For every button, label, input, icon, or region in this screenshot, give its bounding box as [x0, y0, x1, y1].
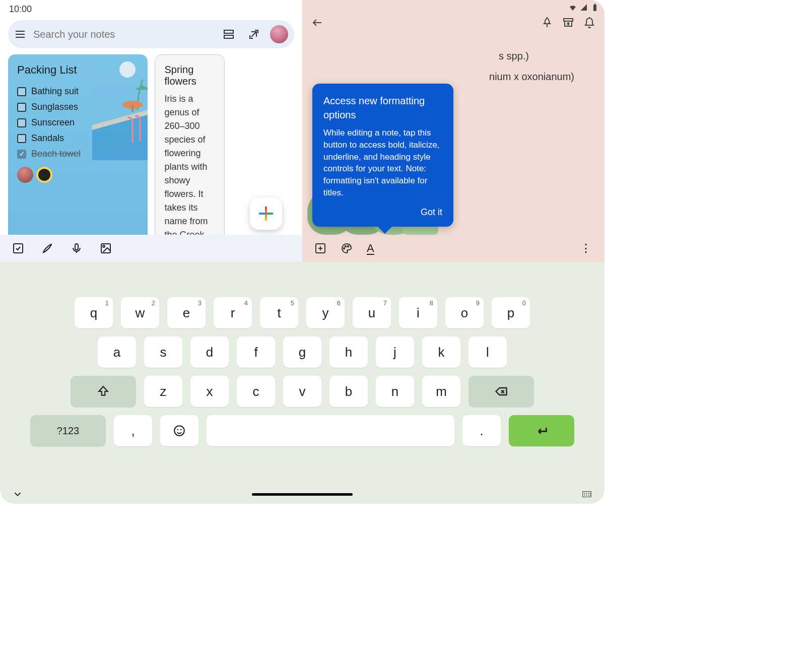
- svg-point-20: [586, 493, 587, 494]
- key-y[interactable]: y6: [306, 297, 345, 328]
- key-l[interactable]: l: [468, 337, 507, 368]
- svg-point-22: [590, 493, 591, 494]
- add-box-icon[interactable]: [314, 242, 326, 254]
- mic-icon[interactable]: [71, 242, 83, 254]
- space-key[interactable]: [207, 415, 454, 446]
- view-toggle-icon[interactable]: [220, 25, 238, 43]
- svg-point-19: [584, 493, 585, 494]
- key-n[interactable]: n: [376, 376, 414, 407]
- svg-point-24: [586, 495, 587, 496]
- search-bar[interactable]: [8, 20, 294, 48]
- status-time: 10:00: [9, 4, 32, 15]
- collapse-keyboard-icon[interactable]: [12, 489, 23, 500]
- note-editor-pane: s spp.) nium x oxonianum) Access new for…: [302, 0, 604, 262]
- svg-rect-8: [593, 5, 596, 11]
- emoji-icon: [173, 424, 186, 437]
- key-r[interactable]: r4: [214, 297, 252, 328]
- svg-point-23: [584, 495, 585, 496]
- backspace-key[interactable]: [468, 376, 534, 407]
- svg-rect-5: [75, 244, 78, 250]
- note-title: Spring flowers: [164, 64, 215, 87]
- svg-point-21: [588, 493, 589, 494]
- checkbox-icon[interactable]: [17, 103, 26, 112]
- key-d[interactable]: d: [190, 337, 229, 368]
- key-e[interactable]: e3: [167, 297, 206, 328]
- enter-key[interactable]: [509, 415, 574, 446]
- key-k[interactable]: k: [422, 337, 460, 368]
- svg-point-12: [344, 248, 345, 249]
- collaborator-avatars[interactable]: [17, 167, 139, 183]
- checklist-icon[interactable]: [12, 242, 24, 254]
- formatting-tooltip: Access new formatting options While edit…: [312, 84, 453, 227]
- emoji-key[interactable]: [160, 415, 198, 446]
- more-icon[interactable]: ⋮: [580, 242, 592, 255]
- key-s[interactable]: s: [144, 337, 182, 368]
- onscreen-keyboard: q1w2e3r4t5y6u7i8o9p0 asdfghjkl zxcvbnm ?…: [0, 262, 604, 504]
- checkbox-icon[interactable]: [17, 118, 26, 127]
- editor-toolbar: A ⋮: [302, 235, 604, 262]
- checkbox-checked-icon[interactable]: [17, 150, 26, 159]
- format-text-icon[interactable]: A: [367, 242, 374, 255]
- note-card-packing[interactable]: Packing List Bathing suit Sunglasses Sun…: [8, 54, 148, 235]
- key-o[interactable]: o9: [445, 297, 484, 328]
- checkbox-icon[interactable]: [17, 134, 26, 143]
- note-card-spring[interactable]: Spring flowers Iris is a genus of 260–30…: [155, 54, 224, 235]
- svg-rect-0: [224, 30, 233, 33]
- note-body: Iris is a genus of 260–300 species of fl…: [164, 92, 215, 235]
- key-m[interactable]: m: [422, 376, 460, 407]
- checkbox-icon[interactable]: [17, 87, 26, 96]
- key-c[interactable]: c: [237, 376, 275, 407]
- expand-icon[interactable]: [245, 25, 263, 43]
- key-g[interactable]: g: [283, 337, 321, 368]
- key-x[interactable]: x: [190, 376, 229, 407]
- svg-point-13: [345, 246, 346, 247]
- key-z[interactable]: z: [144, 376, 182, 407]
- key-b[interactable]: b: [329, 376, 368, 407]
- archive-icon[interactable]: [562, 17, 574, 29]
- image-icon[interactable]: [100, 242, 112, 254]
- menu-icon[interactable]: [14, 28, 26, 40]
- svg-rect-18: [583, 492, 591, 497]
- key-h[interactable]: h: [329, 337, 368, 368]
- key-a[interactable]: a: [98, 337, 136, 368]
- comma-key[interactable]: ,: [114, 415, 152, 446]
- svg-rect-3: [131, 105, 133, 112]
- key-t[interactable]: t5: [260, 297, 298, 328]
- key-w[interactable]: w2: [121, 297, 159, 328]
- battery-icon: [590, 3, 599, 12]
- avatar[interactable]: [17, 167, 33, 183]
- svg-point-2: [119, 61, 136, 78]
- profile-avatar[interactable]: [270, 25, 288, 43]
- avatar[interactable]: [36, 167, 52, 183]
- plus-icon: [259, 207, 273, 221]
- key-j[interactable]: j: [376, 337, 414, 368]
- pool-illustration: [92, 59, 148, 160]
- key-p[interactable]: p0: [492, 297, 530, 328]
- key-i[interactable]: i8: [399, 297, 437, 328]
- tooltip-title: Access new formatting options: [323, 94, 442, 122]
- svg-rect-10: [564, 19, 573, 21]
- nav-pill[interactable]: [252, 493, 353, 496]
- back-icon[interactable]: [311, 17, 323, 29]
- key-u[interactable]: u7: [353, 297, 391, 328]
- editor-header: [302, 0, 604, 30]
- key-q[interactable]: q1: [75, 297, 113, 328]
- symbols-key[interactable]: ?123: [30, 415, 106, 446]
- key-f[interactable]: f: [237, 337, 275, 368]
- shift-icon: [97, 385, 110, 398]
- search-input[interactable]: [33, 29, 213, 40]
- key-v[interactable]: v: [283, 376, 321, 407]
- keyboard-switch-icon[interactable]: [581, 489, 592, 500]
- signal-icon: [579, 3, 588, 12]
- svg-point-16: [177, 429, 178, 431]
- palette-icon[interactable]: [341, 242, 353, 254]
- shift-key[interactable]: [71, 376, 136, 407]
- tooltip-dismiss[interactable]: Got it: [323, 206, 442, 219]
- brush-icon[interactable]: [41, 242, 53, 254]
- period-key[interactable]: .: [462, 415, 501, 446]
- svg-rect-4: [14, 244, 23, 253]
- svg-rect-9: [594, 4, 596, 5]
- new-note-fab[interactable]: [250, 197, 282, 230]
- pin-icon[interactable]: [541, 17, 553, 29]
- reminder-icon[interactable]: [583, 17, 595, 29]
